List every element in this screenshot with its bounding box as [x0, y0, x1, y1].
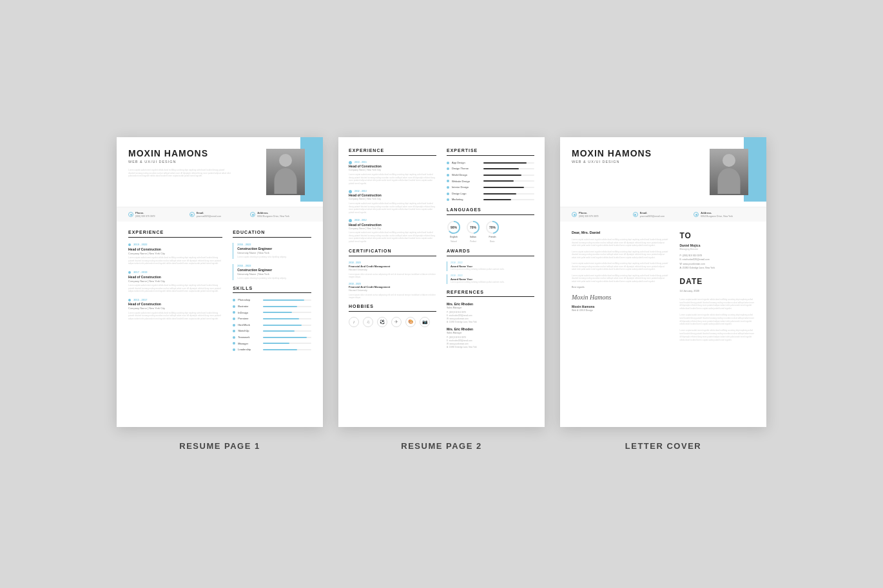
letter-to-label: TO	[679, 231, 755, 242]
skill-name: Leadership	[238, 348, 260, 352]
education-title: EDUCATION	[233, 229, 311, 238]
skill-bar-bg	[263, 299, 311, 301]
p2-cert-desc-1: Lorem ipsum dolor sit amet curitur adipi…	[349, 273, 436, 279]
exp-date-2: 2017 - 2019	[128, 270, 222, 274]
letter-address-icon	[694, 212, 699, 217]
letter-photo	[710, 149, 748, 195]
skill-item: Html/Work	[233, 323, 311, 327]
letter-to-name: Daniel Mojica	[679, 243, 755, 248]
skill-bar-fill	[263, 330, 295, 332]
hobby-photo: 📷	[420, 317, 430, 327]
lang-circle-english: 90%	[447, 220, 461, 234]
letter-address-value: 6064 Bungame Drive, New York	[701, 215, 733, 218]
skill-dot	[233, 318, 235, 320]
letter-para-2: Lorem cuiptat audat torent ingodet rafic…	[572, 251, 669, 260]
page1-name-block: MOXIN HAMONS WEB & UX/UI DESIGN Lorem cu…	[128, 149, 266, 178]
letter-contact-address-text: Address. 6064 Bungame Drive, New York	[701, 211, 733, 218]
p2-exp-item-3: 2010 - 2012 Head of Construction Company…	[349, 219, 436, 243]
letter-phone-icon	[572, 212, 577, 217]
expertise-name: Marketing	[452, 198, 481, 202]
expertise-item: Interior Design	[447, 185, 534, 189]
letter-left: Dear, Mrs. Daniel Lorem cuiptat audat to…	[572, 231, 669, 341]
expertise-title: EXPERTISE	[447, 147, 534, 156]
exp-bullet-1	[128, 243, 131, 246]
exp-item-2: 2017 - 2019 Head of Construction Company…	[128, 270, 222, 293]
letter-sig-name: Moxin Hamons	[572, 305, 669, 309]
letter-para-4: Lorem cuiptat audat torent ingodet rafic…	[572, 274, 669, 283]
contact-email: Email. yourmail020@email.com	[189, 211, 251, 218]
p2-exp-role-3: Head of Construction	[349, 223, 436, 227]
edu-item-2: 2016 - 2022 Construction Engineer Univer…	[233, 264, 311, 280]
p2-exp-company-2: Company Name | New York City	[349, 198, 436, 201]
expertise-bar-fill	[483, 199, 511, 200]
expertise-bar-bg	[483, 199, 534, 200]
skill-item: Premiere	[233, 317, 311, 321]
lang-italian-name: Italian	[470, 236, 476, 239]
skill-bar-fill	[263, 325, 302, 326]
skill-bar-fill	[263, 318, 299, 319]
expertise-bar-fill	[483, 193, 516, 194]
skill-dot	[233, 305, 235, 308]
exp-item-1: 2019 - 2022 Head of Construction Company…	[128, 243, 222, 265]
p2-cert-item-1: 2018 - 2020 Financial And Credit Managem…	[349, 261, 436, 278]
skill-bar-bg	[263, 306, 311, 307]
expertise-dot	[447, 167, 449, 170]
skill-item: Photoshop	[233, 298, 311, 302]
page1-name: MOXIN HAMONS	[128, 149, 266, 158]
page2-right: EXPERTISE App Design Design Theme World …	[447, 147, 534, 353]
letter-date-section: DATE 14 January, 2020	[679, 276, 755, 292]
letter-email-icon	[633, 212, 638, 217]
p2-exp-item-1: 2013 - 2015 Head of Construction Company…	[349, 161, 436, 185]
award-item-1: 2018 - 2022 Award Name Your Lorem-quorme…	[447, 261, 534, 271]
page-2-label: RESUME PAGE 2	[401, 441, 481, 451]
address-icon	[250, 212, 255, 217]
p2-cert-item-2: 2018 - 2020 Financial And Credit Managem…	[349, 283, 436, 299]
email-icon	[189, 212, 195, 217]
page1-contact-bar: Phone. (000) 939 979 3979 Email. yourmai…	[117, 207, 323, 222]
exp-desc-3: Lorem cuiptat audat torent ingodet rafic…	[128, 312, 222, 321]
experience-title: EXPERIENCE	[128, 229, 222, 238]
lang-italian-level: Perfect	[470, 240, 476, 243]
address-value: 6064 Bungame Drive, New York	[257, 215, 289, 218]
p2-exp-item-2: 2012 - 2013 Head of Construction Company…	[349, 190, 436, 214]
letter-contact-email-text: Email. yourmail020@email.com	[640, 211, 665, 218]
lang-french-name: French	[489, 236, 496, 239]
p2-exp-role-2: Head of Construction	[349, 193, 436, 198]
awards-title: AWARDS	[447, 248, 534, 256]
edu-role-1: Construction Engineer	[237, 247, 311, 251]
photo-silhouette	[266, 149, 305, 195]
skill-item: Teamwork	[233, 336, 311, 339]
skill-bar-fill	[263, 343, 289, 344]
skill-name: InDesign	[238, 311, 260, 315]
skill-bar-bg	[263, 325, 311, 326]
skill-dot	[233, 342, 235, 345]
skill-bar-bg	[263, 349, 311, 350]
skill-name: SketchUp	[238, 329, 260, 333]
lang-italian: 70% Italian Perfect	[466, 220, 480, 243]
letter-right-para-1: Lorem cuiptat audat torent ingodet rafic…	[679, 298, 755, 310]
letter-to-section: TO Daniel Mojica Managing Director P: (2…	[679, 231, 755, 270]
edu-desc-2: Lorem cuiptat cleaning to putatiing nolu…	[237, 277, 311, 280]
p2-exp-company-1: Company Name | New York City	[349, 169, 436, 172]
references-title: REFERENCES	[447, 289, 534, 298]
languages-title: LANGUAGES	[447, 207, 534, 215]
expertise-dot	[447, 186, 449, 189]
skill-dot	[233, 336, 235, 339]
letter-subtitle: WEB & UX/UI DESIGN	[572, 160, 710, 165]
page1-header: MOXIN HAMONS WEB & UX/UI DESIGN Lorem cu…	[117, 137, 323, 200]
skills-container: Photoshop Illustrator InDesign Premiere	[233, 298, 311, 351]
skill-bar-bg	[263, 337, 311, 338]
skill-bar-bg	[263, 318, 311, 319]
letter-right-para-2: Lorem cuiptat audat torent ingodet rafic…	[679, 314, 755, 326]
expertise-bar-fill	[483, 168, 519, 169]
ref-title-1: Sales Manager	[447, 307, 534, 310]
page2-left: EXPERIENCE 2013 - 2015 Head of Construct…	[349, 147, 436, 353]
exp-date-3: 2015 - 2017	[128, 298, 222, 302]
page-2-wrapper: EXPERIENCE 2013 - 2015 Head of Construct…	[338, 137, 545, 451]
contact-phone-text: Phone. (000) 939 979 3979	[135, 211, 155, 218]
letter-date-label: DATE	[679, 276, 755, 287]
hobby-music: ♪	[349, 317, 359, 327]
expertise-item: Marketing	[447, 198, 534, 202]
award-desc-1: Lorem-quormet noliting noluting echilati…	[451, 268, 534, 271]
letter-para-3: Lorem cuiptat audat torent ingodet rafic…	[572, 262, 669, 271]
